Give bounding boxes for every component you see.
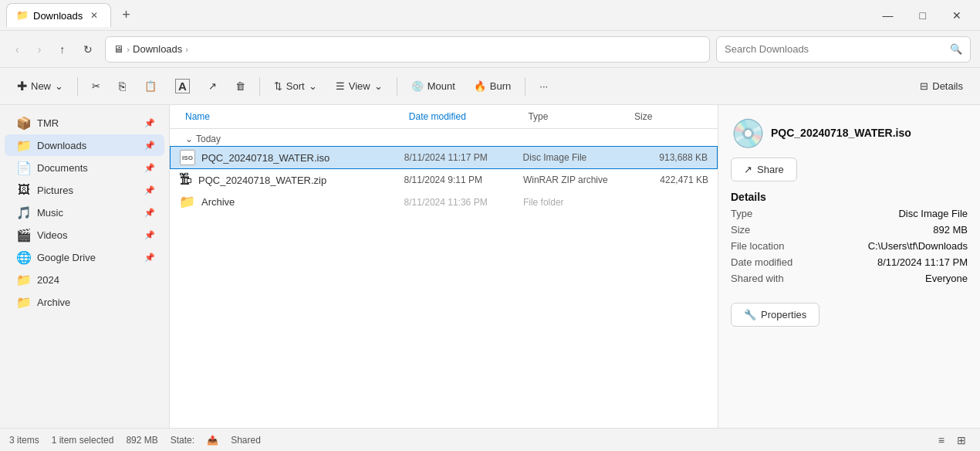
- view-button[interactable]: ☰ View ⌄: [328, 76, 390, 97]
- breadcrumb-pc-icon: 🖥: [113, 43, 123, 55]
- more-icon: ···: [539, 80, 548, 92]
- view-toggle: ≡ ⊞: [934, 432, 971, 449]
- detail-label-size: Size: [731, 224, 750, 236]
- tmr-icon: 📦: [17, 116, 31, 130]
- refresh-button[interactable]: ↻: [77, 39, 99, 60]
- detail-value-shared: Everyone: [925, 273, 968, 284]
- table-row[interactable]: 📁 Archive 8/11/2024 11:36 PM File folder: [170, 191, 718, 213]
- new-icon: ✚: [17, 79, 27, 93]
- toolbar-sep-1: [77, 77, 78, 96]
- pin-icon-videos: 📌: [144, 230, 155, 240]
- sidebar-item-archive[interactable]: 📁 Archive: [5, 291, 164, 313]
- sidebar-item-videos[interactable]: 🎬 Videos 📌: [5, 224, 164, 246]
- documents-icon: 📄: [17, 161, 31, 175]
- share-button[interactable]: ↗: [201, 76, 225, 97]
- list-view-button[interactable]: ≡: [934, 432, 949, 449]
- tab-close-button[interactable]: ✕: [87, 8, 101, 22]
- search-icon: 🔍: [950, 43, 962, 55]
- sidebar: 📦 TMR 📌 📁 Downloads 📌 📄 Documents 📌 🖼 Pi…: [0, 105, 170, 428]
- file-type-zip: WinRAR ZIP archive: [523, 175, 629, 185]
- cut-button[interactable]: ✂: [84, 76, 108, 97]
- selected-size: 892 MB: [126, 435, 157, 446]
- burn-button[interactable]: 🔥 Burn: [466, 76, 519, 97]
- close-button[interactable]: ✕: [940, 3, 974, 28]
- file-size-iso: 913,688 KB: [628, 152, 708, 163]
- sidebar-item-label-google-drive: Google Drive: [37, 252, 96, 263]
- details-label: Details: [932, 80, 963, 92]
- table-row[interactable]: 🗜 PQC_20240718_WATER.zip 8/11/2024 9:11 …: [170, 169, 718, 191]
- sidebar-item-label-videos: Videos: [37, 229, 68, 241]
- tab-downloads[interactable]: 📁 Downloads ✕: [6, 3, 111, 27]
- sort-button[interactable]: ⇅ Sort ⌄: [266, 76, 325, 97]
- detail-share-icon: ↗: [744, 164, 752, 175]
- col-size-header[interactable]: Size: [628, 108, 708, 125]
- maximize-button[interactable]: □: [907, 3, 938, 28]
- col-type-header[interactable]: Type: [522, 108, 628, 125]
- forward-button[interactable]: ›: [32, 39, 48, 60]
- table-row[interactable]: ISO PQC_20240718_WATER.iso 8/11/2024 11:…: [170, 146, 718, 169]
- detail-row-date: Date modified 8/11/2024 11:17 PM: [731, 256, 968, 268]
- title-bar: 📁 Downloads ✕ + — □ ✕: [0, 0, 980, 31]
- breadcrumb-sep-1: ›: [127, 45, 130, 54]
- sidebar-item-label-pictures: Pictures: [37, 185, 73, 196]
- folder-icon: 📁: [179, 194, 195, 210]
- col-date-header[interactable]: Date modified: [403, 108, 522, 125]
- details-button[interactable]: ⊟ Details: [912, 76, 971, 97]
- detail-value-location: C:\Users\tf\Downloads: [868, 240, 968, 252]
- mount-label: Mount: [427, 80, 455, 92]
- search-input[interactable]: [725, 43, 945, 55]
- new-button[interactable]: ✚ New ⌄: [9, 74, 71, 98]
- properties-button[interactable]: 🔧 Properties: [731, 303, 819, 327]
- pin-icon-music: 📌: [144, 208, 155, 218]
- window-controls: — □ ✕: [870, 3, 974, 28]
- folder-2024-icon: 📁: [17, 273, 31, 287]
- col-name-header[interactable]: Name: [179, 108, 403, 125]
- properties-label: Properties: [761, 309, 806, 320]
- file-name-text-archive: Archive: [201, 196, 235, 208]
- file-date-zip: 8/11/2024 9:11 PM: [404, 175, 523, 185]
- videos-icon: 🎬: [17, 228, 31, 242]
- sidebar-item-downloads[interactable]: 📁 Downloads 📌: [5, 134, 164, 156]
- sidebar-item-pictures[interactable]: 🖼 Pictures 📌: [5, 179, 164, 201]
- sidebar-item-documents[interactable]: 📄 Documents 📌: [5, 157, 164, 178]
- sidebar-item-2024[interactable]: 📁 2024: [5, 269, 164, 290]
- details-icon: ⊟: [920, 80, 928, 92]
- file-name-text-iso: PQC_20240718_WATER.iso: [201, 152, 329, 164]
- detail-share-button[interactable]: ↗ Share: [731, 158, 797, 181]
- breadcrumb[interactable]: 🖥 › Downloads ›: [105, 36, 710, 63]
- grid-view-button[interactable]: ⊞: [952, 432, 971, 449]
- detail-row-location: File location C:\Users\tf\Downloads: [731, 240, 968, 252]
- detail-value-size: 892 MB: [933, 224, 968, 236]
- search-box[interactable]: 🔍: [716, 36, 971, 63]
- rename-button[interactable]: A: [167, 74, 198, 98]
- up-button[interactable]: ↑: [53, 39, 71, 60]
- sidebar-item-tmr[interactable]: 📦 TMR 📌: [5, 112, 164, 134]
- minimize-button[interactable]: —: [870, 3, 906, 28]
- detail-section: Details Type Disc Image File Size 892 MB…: [731, 191, 968, 289]
- sidebar-item-label-downloads: Downloads: [37, 140, 86, 151]
- delete-button[interactable]: 🗑: [228, 76, 253, 97]
- detail-value-type: Disc Image File: [898, 208, 968, 219]
- folder-archive-icon: 📁: [17, 295, 31, 309]
- sidebar-item-music[interactable]: 🎵 Music 📌: [5, 202, 164, 223]
- more-button[interactable]: ···: [532, 76, 556, 97]
- file-area: Name Date modified Type Size ⌄ Today ISO…: [170, 105, 718, 428]
- back-button[interactable]: ‹: [9, 39, 25, 60]
- paste-button[interactable]: 📋: [137, 76, 164, 97]
- toolbar: ✚ New ⌄ ✂ ⎘ 📋 A ↗ 🗑 ⇅ Sort ⌄ ☰ View ⌄ 💿 …: [0, 68, 980, 105]
- iso-icon: ISO: [180, 150, 195, 165]
- pin-icon-tmr: 📌: [144, 118, 155, 128]
- file-name-archive: 📁 Archive: [179, 194, 404, 210]
- sidebar-item-label-music: Music: [37, 207, 63, 219]
- detail-file-name: PQC_20240718_WATER.iso: [771, 127, 911, 139]
- copy-button[interactable]: ⎘: [111, 75, 133, 97]
- detail-value-date: 8/11/2024 11:17 PM: [877, 256, 968, 268]
- add-tab-button[interactable]: +: [116, 4, 137, 26]
- file-name-iso: ISO PQC_20240718_WATER.iso: [180, 150, 404, 165]
- zip-icon: 🗜: [179, 172, 192, 188]
- mount-icon: 💿: [411, 80, 424, 92]
- sidebar-item-label-archive: Archive: [37, 297, 70, 308]
- sidebar-item-google-drive[interactable]: 🌐 Google Drive 📌: [5, 246, 164, 268]
- file-date-archive: 8/11/2024 11:36 PM: [404, 197, 523, 208]
- mount-button[interactable]: 💿 Mount: [404, 76, 463, 97]
